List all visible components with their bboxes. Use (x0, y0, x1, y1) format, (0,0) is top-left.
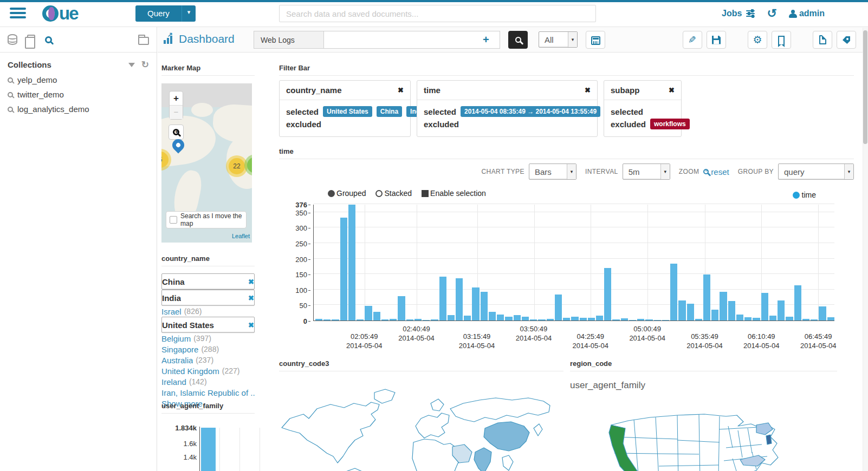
enable-selection-checkbox[interactable]: Enable selection (422, 189, 486, 198)
time-bar[interactable] (547, 319, 554, 320)
time-bar[interactable] (670, 264, 677, 320)
time-bar[interactable] (711, 310, 718, 320)
group-by-select[interactable]: query▾ (778, 163, 854, 180)
marker-map[interactable]: + − 5 22 2 Search as I move the map Leaf… (161, 83, 252, 243)
grouped-radio[interactable]: Grouped (328, 189, 366, 198)
filter-selected-badge[interactable]: China (377, 106, 402, 117)
time-bar[interactable] (456, 278, 463, 320)
time-bar[interactable] (348, 205, 355, 320)
time-bar[interactable] (439, 277, 446, 320)
time-bar[interactable] (662, 320, 669, 320)
collection-name-box[interactable]: Web Logs (254, 31, 324, 49)
time-bar[interactable] (406, 319, 413, 320)
time-bar[interactable] (323, 319, 331, 320)
hamburger-menu-icon[interactable] (10, 8, 26, 19)
time-bar[interactable] (612, 319, 619, 320)
time-bar[interactable] (530, 319, 537, 320)
new-document-button[interactable] (813, 31, 832, 49)
filter-close-icon[interactable]: ✖ (669, 86, 675, 94)
time-bar[interactable] (596, 316, 603, 320)
facet-remove-icon[interactable]: ✖ (248, 278, 254, 286)
time-bar[interactable] (778, 300, 785, 320)
filter-selected-badge[interactable]: 2014-05-04 08:35:49 → 2014-05-04 13:55:4… (461, 106, 600, 117)
facet-value-link[interactable]: China (162, 277, 185, 286)
time-bar[interactable] (761, 293, 768, 320)
time-bar[interactable] (786, 317, 793, 320)
edit-button[interactable]: ✎ (683, 31, 702, 49)
time-bar[interactable] (621, 318, 628, 320)
query-button-label[interactable]: Query (135, 5, 182, 22)
folder-icon[interactable] (138, 37, 149, 45)
dashboard-search-button[interactable] (508, 31, 528, 49)
time-bar[interactable] (538, 319, 545, 320)
time-bar[interactable] (580, 318, 587, 320)
us-map[interactable] (596, 394, 802, 471)
calendar-button[interactable] (586, 31, 605, 49)
time-bar[interactable] (753, 318, 760, 320)
bookmark-button[interactable] (772, 31, 791, 49)
time-bar[interactable] (332, 319, 339, 320)
time-bar[interactable] (604, 268, 611, 320)
time-bar[interactable] (827, 317, 834, 320)
time-bar[interactable] (744, 317, 752, 320)
time-bar[interactable] (464, 316, 471, 320)
facet-value-link[interactable]: United Kingdom (161, 367, 219, 376)
time-bar[interactable] (365, 306, 372, 320)
time-bar[interactable] (448, 315, 455, 320)
filter-close-icon[interactable]: ✖ (398, 86, 404, 94)
leaflet-attribution-link[interactable]: Leaflet (232, 233, 250, 239)
time-bar[interactable] (398, 296, 405, 320)
time-bar[interactable] (654, 320, 661, 320)
jobs-link[interactable]: Jobs (722, 9, 755, 18)
series-legend[interactable]: time (793, 191, 816, 199)
time-bar[interactable] (819, 306, 826, 320)
time-bar[interactable] (555, 295, 562, 320)
time-bar[interactable] (414, 319, 422, 320)
facet-remove-icon[interactable]: ✖ (248, 321, 254, 329)
time-bar[interactable] (794, 285, 801, 320)
time-bar[interactable] (728, 301, 735, 320)
documents-tab-icon[interactable] (27, 35, 35, 44)
time-bar[interactable] (315, 319, 322, 320)
databases-tab-icon[interactable] (8, 34, 17, 45)
vertical-scrollbar[interactable] (863, 28, 868, 471)
facet-value-link[interactable]: United States (162, 320, 214, 330)
collections-tab-icon[interactable] (45, 36, 52, 43)
time-bar[interactable] (514, 315, 521, 320)
time-bar[interactable] (811, 319, 818, 320)
filter-selected-badge[interactable]: United States (323, 106, 372, 117)
query-button[interactable]: Query ▾ (135, 5, 196, 22)
search-as-move-checkbox[interactable] (170, 216, 177, 224)
time-bar[interactable] (522, 317, 529, 320)
time-bar[interactable] (481, 292, 488, 321)
query-caret-icon[interactable]: ▾ (182, 5, 196, 22)
add-query-icon[interactable]: + (483, 34, 489, 46)
history-icon[interactable]: ↺ (767, 8, 776, 19)
dashboard-query-input[interactable] (324, 31, 500, 49)
time-bar[interactable] (571, 317, 578, 320)
facet-value-link[interactable]: Belgium (161, 334, 191, 343)
time-bar[interactable] (357, 319, 364, 320)
time-bar[interactable] (736, 315, 743, 320)
time-bar[interactable] (802, 319, 809, 320)
world-map[interactable] (279, 376, 553, 471)
time-bar[interactable] (703, 274, 710, 320)
time-bar[interactable] (645, 319, 652, 320)
time-bar[interactable] (687, 304, 694, 320)
facet-value-link[interactable]: India (162, 293, 181, 303)
filter-icon[interactable] (128, 63, 135, 67)
time-bar[interactable] (629, 320, 636, 320)
global-search-input[interactable] (279, 5, 596, 22)
mini-bar[interactable] (201, 428, 216, 471)
time-bar[interactable] (695, 319, 702, 320)
refresh-icon[interactable]: ↻ (141, 61, 149, 69)
time-bar[interactable] (472, 287, 479, 320)
time-bar[interactable] (769, 316, 776, 320)
scope-select[interactable]: All▾ (539, 31, 578, 48)
stacked-radio[interactable]: Stacked (375, 189, 412, 198)
hue-logo[interactable]: ue (42, 3, 78, 24)
facet-value-link[interactable]: Ireland (161, 377, 186, 387)
map-zoom-control[interactable]: + − (169, 91, 183, 120)
time-bar[interactable] (489, 312, 496, 320)
collection-item[interactable]: log_analytics_demo (0, 102, 157, 116)
